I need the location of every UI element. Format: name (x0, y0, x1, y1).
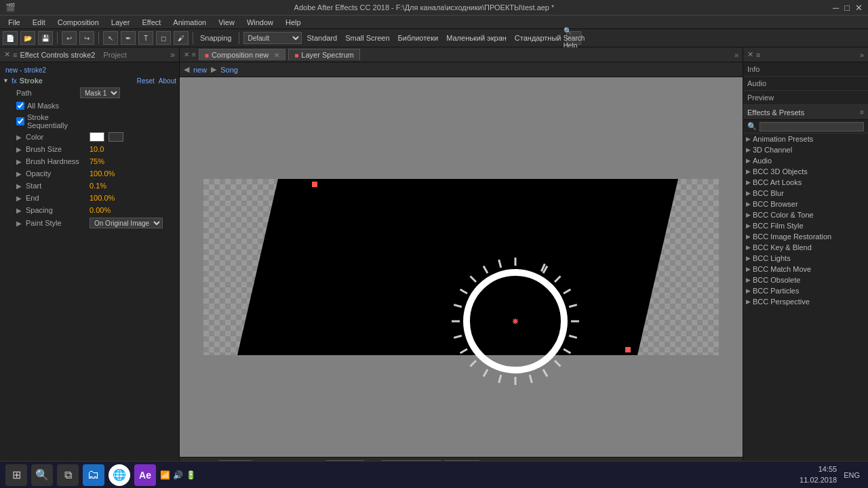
tray-sound[interactable]: 🔊 (173, 470, 183, 480)
toolbar-pen[interactable]: ✒ (121, 31, 136, 45)
corner-marker-br[interactable] (625, 347, 631, 352)
path-select[interactable]: Mask 1 (80, 87, 120, 98)
menu-layer[interactable]: Layer (106, 17, 136, 28)
panel-close-icon[interactable]: ✕ (4, 50, 10, 59)
stroke-expand-icon[interactable]: ▼ (3, 77, 9, 84)
ep-audio[interactable]: ▶ Audio (743, 155, 868, 166)
brush-size-expand-icon[interactable]: ▶ (16, 146, 23, 153)
toolbar-shape[interactable]: ◻ (156, 31, 171, 45)
taskbar-task-view[interactable]: ⧉ (57, 464, 79, 486)
menu-help[interactable]: Help (280, 17, 307, 28)
breadcrumb-new[interactable]: new (193, 66, 207, 74)
menu-file[interactable]: File (3, 17, 26, 28)
toolbar-undo[interactable]: ↩ (62, 31, 77, 45)
ep-bcc-image-restoration[interactable]: ▶ BCC Image Restoration (743, 231, 868, 242)
panel-menu-icon2[interactable]: ≡ (192, 51, 196, 58)
brush-size-value[interactable]: 10.0 (90, 145, 104, 153)
taskbar-cortana[interactable]: 🔍 (31, 464, 53, 486)
ep-animation-presets[interactable]: ▶ Animation Presets (743, 134, 868, 144)
taskbar-ae[interactable]: Ae (134, 464, 156, 486)
taskbar-explorer[interactable]: 🗂 (83, 464, 104, 486)
ep-bcc-perspective[interactable]: ▶ BCC Perspective (743, 296, 868, 307)
right-panel-expand[interactable]: » (860, 51, 864, 59)
end-expand-icon[interactable]: ▶ (16, 195, 23, 202)
ep-bcc-particles[interactable]: ▶ BCC Particles (743, 285, 868, 296)
taskbar-chrome[interactable]: 🌐 (108, 464, 130, 486)
ep-bcc-blur[interactable]: ▶ BCC Blur (743, 188, 868, 199)
canvas-area[interactable] (180, 77, 743, 457)
opacity-expand-icon[interactable]: ▶ (16, 170, 23, 178)
comp-tab-close[interactable]: ✕ (274, 52, 279, 59)
tray-network[interactable]: 📶 (160, 470, 170, 480)
spacing-value[interactable]: 0.00% (90, 206, 111, 214)
opacity-label: Opacity (26, 169, 87, 178)
minimize-button[interactable]: ─ (833, 3, 839, 13)
audio-section[interactable]: Audio (743, 77, 868, 91)
toolbar-new[interactable]: 📄 (3, 31, 18, 45)
layer-spectrum-tab[interactable]: ■ Layer Spectrum (288, 49, 360, 60)
preview-section[interactable]: Preview (743, 91, 868, 105)
panel-close-icon2[interactable]: ✕ (184, 51, 189, 58)
menu-animation[interactable]: Animation (167, 17, 212, 28)
info-section[interactable]: Info (743, 62, 868, 77)
reset-link[interactable]: Reset (137, 77, 155, 85)
color-picker-icon[interactable] (108, 132, 123, 142)
composition-tab[interactable]: ■ Composition new ✕ (199, 49, 285, 60)
menu-edit[interactable]: Edit (27, 17, 51, 28)
stroke-seq-checkbox[interactable] (16, 117, 24, 125)
expand-panel-icon[interactable]: » (170, 50, 175, 60)
ep-bcc-color-tone[interactable]: ▶ BCC Color & Tone (743, 209, 868, 220)
ep-bcc-art-looks[interactable]: ▶ BCC Art Looks (743, 177, 868, 188)
lang-indicator[interactable]: ENG (841, 471, 863, 479)
opacity-value[interactable]: 100.0% (90, 169, 115, 178)
ep-menu-icon[interactable]: ≡ (860, 108, 864, 116)
toolbar-text[interactable]: T (138, 31, 153, 45)
paint-style-select[interactable]: On Original Image (90, 218, 163, 228)
toolbar-redo[interactable]: ↪ (79, 31, 94, 45)
ep-bcc-3d-objects[interactable]: ▶ BCC 3D Objects (743, 166, 868, 177)
menu-effect[interactable]: Effect (136, 17, 166, 28)
ep-search-input[interactable] (760, 122, 864, 131)
corner-marker-tl[interactable] (312, 182, 317, 187)
maximize-button[interactable]: □ (844, 3, 850, 13)
expand-comp-icon[interactable]: » (734, 51, 738, 59)
panel-menu-icon[interactable]: ≡ (13, 51, 17, 59)
ep-3d-channel[interactable]: ▶ 3D Channel (743, 144, 868, 155)
menu-composition[interactable]: Composition (52, 17, 104, 28)
start-button[interactable]: ⊞ (5, 464, 27, 486)
ep-bcc-lights[interactable]: ▶ BCC Lights (743, 253, 868, 264)
project-tab[interactable]: Project (104, 51, 127, 59)
brush-hardness-value[interactable]: 75% (90, 157, 104, 165)
start-expand-icon[interactable]: ▶ (16, 182, 23, 190)
ep-bcc-film-style[interactable]: ▶ BCC Film Style (743, 220, 868, 231)
spacing-expand-icon[interactable]: ▶ (16, 207, 23, 214)
color-expand-icon[interactable]: ▶ (16, 134, 23, 141)
close-button[interactable]: ✕ (855, 3, 863, 13)
search-help-btn[interactable]: 🔍 Search Help (566, 31, 581, 45)
ep-bcc-key-blend[interactable]: ▶ BCC Key & Blend (743, 242, 868, 253)
right-panel-close[interactable]: ✕ (747, 50, 753, 59)
breadcrumb-song[interactable]: Song (220, 66, 238, 74)
toolbar-save[interactable]: 💾 (38, 31, 53, 45)
window-controls[interactable]: ─ □ ✕ (833, 3, 863, 13)
toolbar-select[interactable]: ↖ (103, 31, 118, 45)
menu-window[interactable]: Window (241, 17, 279, 28)
end-value[interactable]: 100.0% (90, 194, 115, 202)
right-panel-menu[interactable]: ≡ (756, 51, 760, 59)
menu-view[interactable]: View (213, 17, 240, 28)
toolbar-brush[interactable]: 🖌 (174, 31, 189, 45)
workspace-select[interactable]: Default Standard Small Screen (243, 32, 302, 44)
about-link[interactable]: About (159, 77, 176, 85)
all-masks-checkbox[interactable] (16, 102, 24, 110)
ep-bcc-browser[interactable]: ▶ BCC Browser (743, 199, 868, 209)
paint-style-expand-icon[interactable]: ▶ (16, 220, 23, 227)
nav-back-icon[interactable]: ◀ (184, 65, 189, 74)
tray-battery[interactable]: 🔋 (186, 470, 196, 480)
ep-bcc-obsolete[interactable]: ▶ BCC Obsolete (743, 274, 868, 285)
ep-bcc-match-move[interactable]: ▶ BCC Match Move (743, 264, 868, 274)
app-icon: 🎬 (5, 3, 16, 12)
color-swatch[interactable] (90, 132, 104, 142)
brush-hardness-expand-icon[interactable]: ▶ (16, 158, 23, 165)
toolbar-open[interactable]: 📂 (20, 31, 35, 45)
start-value[interactable]: 0.1% (90, 182, 106, 190)
